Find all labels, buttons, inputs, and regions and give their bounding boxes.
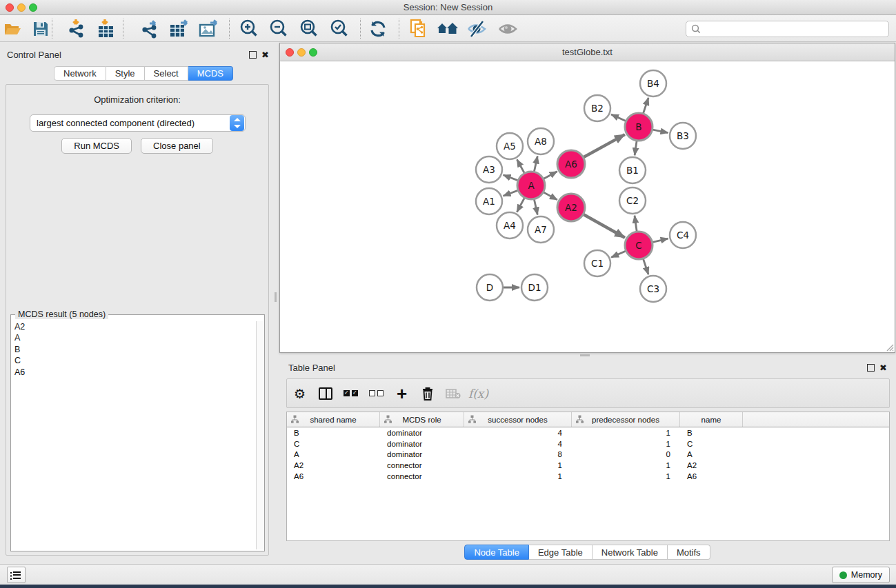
cell-shared-name[interactable]: A6 (287, 472, 380, 480)
zoom-in-icon[interactable] (237, 18, 261, 40)
search-input[interactable] (704, 22, 888, 36)
node-label-A1: A1 (483, 196, 495, 207)
mcds-result-item[interactable]: B (12, 344, 255, 355)
optimization-criterion-label: Optimization criterion: (6, 94, 268, 105)
mcds-result-item[interactable]: C (12, 355, 255, 366)
memory-button[interactable]: Memory (832, 567, 890, 583)
table-row[interactable]: Adominator80A (287, 449, 889, 460)
mcds-result-list[interactable]: A2ABCA6 (12, 321, 255, 549)
column-header-shared-name[interactable]: shared name (287, 412, 380, 427)
close-panel-icon[interactable]: ✖ (261, 51, 269, 59)
tab-select[interactable]: Select (145, 66, 188, 81)
tab-node-table[interactable]: Node Table (464, 545, 529, 560)
table-row[interactable]: Bdominator41B (287, 427, 889, 438)
import-table-icon[interactable] (94, 18, 118, 40)
float-panel-icon[interactable] (867, 364, 875, 372)
tab-edge-table[interactable]: Edge Table (529, 545, 593, 560)
tab-motifs[interactable]: Motifs (668, 545, 710, 560)
open-session-icon[interactable] (1, 18, 25, 40)
export-image-icon[interactable] (197, 18, 221, 40)
cell-predecessor-nodes[interactable]: 1 (572, 440, 680, 448)
cell-name[interactable]: B (680, 429, 743, 437)
search-field[interactable] (686, 21, 889, 37)
mcds-result-item[interactable]: A2 (12, 321, 255, 332)
cell-name[interactable]: A6 (680, 472, 743, 480)
float-panel-icon[interactable] (249, 51, 257, 59)
cell-shared-name[interactable]: A2 (287, 461, 380, 469)
cell-successor-nodes[interactable]: 4 (464, 429, 572, 437)
deselect-all-columns-icon[interactable] (364, 379, 389, 407)
cell-name[interactable]: A2 (680, 461, 743, 469)
table-row[interactable]: Cdominator41C (287, 438, 889, 449)
table-panel: Table Panel ✖ ⚙ + f(x) shared nameMCDS r… (279, 358, 895, 562)
show-all-networks-icon[interactable] (435, 18, 459, 40)
zoom-out-icon[interactable] (267, 18, 290, 40)
cell-predecessor-nodes[interactable]: 0 (572, 450, 680, 458)
table-row[interactable]: A6connector11A6 (287, 471, 889, 482)
criterion-dropdown[interactable]: largest connected component (directed) (30, 114, 246, 132)
cell-successor-nodes[interactable]: 1 (464, 461, 572, 469)
add-column-icon[interactable]: + (389, 379, 415, 407)
delete-table-icon[interactable] (440, 379, 466, 407)
mcds-panel: Optimization criterion: largest connecte… (6, 84, 269, 556)
cell-successor-nodes[interactable]: 1 (464, 472, 572, 480)
delete-column-icon[interactable] (415, 379, 440, 407)
cell-shared-name[interactable]: A (287, 450, 380, 458)
select-all-columns-icon[interactable] (338, 379, 364, 407)
column-header-MCDS-role[interactable]: MCDS role (380, 412, 464, 427)
cell-predecessor-nodes[interactable]: 1 (572, 429, 680, 437)
cell-MCDS-role[interactable]: connector (380, 461, 464, 469)
result-list-scrollbar[interactable] (256, 321, 263, 549)
column-header-successor-nodes[interactable]: successor nodes (464, 412, 572, 427)
table-header-row: shared nameMCDS rolesuccessor nodesprede… (287, 412, 889, 427)
hide-selected-icon[interactable] (465, 18, 488, 40)
settings-gear-icon[interactable]: ⚙ (287, 379, 312, 407)
table-row[interactable]: A2connector11A2 (287, 460, 889, 471)
tab-style[interactable]: Style (106, 66, 145, 81)
export-network-icon[interactable] (138, 18, 161, 40)
cell-successor-nodes[interactable]: 4 (464, 440, 572, 448)
cell-MCDS-role[interactable]: dominator (380, 450, 464, 458)
network-graph[interactable]: B4B2BB3A8A5A6A3B1AC2A1A2A4A7C4CC1C3DD1 (280, 61, 895, 352)
node-table[interactable]: shared nameMCDS rolesuccessor nodesprede… (286, 412, 890, 541)
cell-MCDS-role[interactable]: dominator (380, 440, 464, 448)
mcds-result-item[interactable]: A (12, 332, 255, 343)
show-hidden-icon[interactable] (496, 18, 519, 40)
resize-grip-icon[interactable] (885, 343, 894, 352)
close-panel-button[interactable]: Close panel (141, 138, 213, 154)
export-table-icon[interactable] (168, 18, 191, 40)
import-network-icon[interactable] (66, 18, 89, 40)
cell-predecessor-nodes[interactable]: 1 (572, 472, 680, 480)
save-session-icon[interactable] (29, 18, 52, 40)
tab-mcds[interactable]: MCDS (188, 66, 233, 81)
zoom-fit-icon[interactable] (297, 18, 321, 40)
cell-successor-nodes[interactable]: 8 (464, 450, 572, 458)
split-columns-icon[interactable] (312, 379, 338, 407)
close-panel-icon[interactable]: ✖ (879, 364, 887, 372)
mcds-result-item[interactable]: A6 (12, 367, 255, 378)
table-toolbar: ⚙ + f(x) (286, 378, 890, 408)
dropdown-stepper-icon[interactable] (230, 115, 244, 131)
column-header-name[interactable]: name (680, 412, 743, 427)
run-mcds-button[interactable]: Run MCDS (61, 138, 132, 154)
zoom-selected-icon[interactable] (328, 18, 351, 40)
cell-name[interactable]: C (680, 440, 743, 448)
tab-network-table[interactable]: Network Table (593, 545, 668, 560)
refresh-view-icon[interactable] (366, 18, 390, 40)
function-builder-icon[interactable]: f(x) (466, 379, 491, 407)
tab-network[interactable]: Network (54, 66, 106, 81)
network-window-title-bar[interactable]: testGlobe.txt (280, 43, 895, 61)
cell-predecessor-nodes[interactable]: 1 (572, 461, 680, 469)
pane-divider-grip[interactable] (275, 292, 277, 302)
column-header-predecessor-nodes[interactable]: predecessor nodes (572, 412, 680, 427)
pane-divider-grip[interactable] (580, 354, 590, 356)
cell-MCDS-role[interactable]: connector (380, 472, 464, 480)
task-history-button[interactable] (7, 567, 26, 583)
cell-name[interactable]: A (680, 450, 743, 458)
cell-shared-name[interactable]: C (287, 440, 380, 448)
cell-shared-name[interactable]: B (287, 429, 380, 437)
cell-MCDS-role[interactable]: dominator (380, 429, 464, 437)
network-canvas[interactable]: B4B2BB3A8A5A6A3B1AC2A1A2A4A7C4CC1C3DD1 (280, 61, 895, 352)
new-network-from-selection-icon[interactable] (408, 18, 431, 40)
control-panel-tabs: NetworkStyleSelectMCDS (54, 66, 233, 81)
